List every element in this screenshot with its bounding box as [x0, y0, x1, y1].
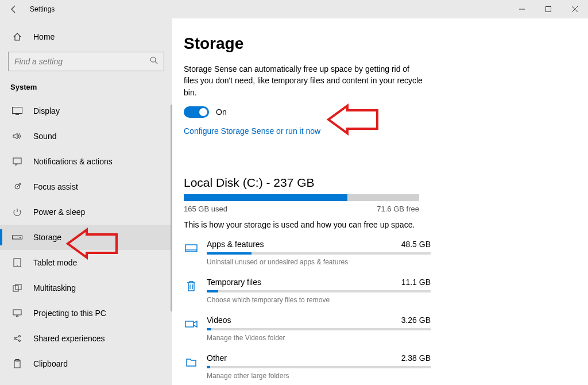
storage-icon [11, 234, 23, 240]
power-icon [11, 208, 23, 216]
item-size: 48.5 GB [401, 240, 431, 249]
sidebar-item-shared[interactable]: Shared experiences [0, 326, 172, 351]
svg-rect-25 [185, 245, 197, 252]
sidebar-item-multitasking[interactable]: Multitasking [0, 275, 172, 301]
sidebar-item-notifications[interactable]: Notifications & actions [0, 149, 172, 174]
svg-rect-27 [185, 321, 194, 327]
svg-line-5 [155, 61, 157, 64]
titlebar: Settings [0, 0, 588, 18]
content-area: Storage Storage Sense can automatically … [172, 18, 588, 385]
focus-icon [11, 183, 23, 191]
tablet-icon [11, 258, 23, 267]
usage-description: This is how your storage is used and how… [184, 220, 565, 229]
sidebar-item-power[interactable]: Power & sleep [0, 199, 172, 225]
close-button[interactable] [562, 0, 588, 18]
svg-rect-17 [13, 310, 21, 315]
toggle-state-label: On [216, 107, 227, 117]
sidebar-item-projecting[interactable]: Projecting to this PC [0, 301, 172, 326]
sidebar-item-label: Notifications & actions [33, 157, 113, 166]
sidebar-item-display[interactable]: Display [0, 98, 172, 124]
svg-line-21 [16, 337, 19, 338]
svg-point-10 [19, 183, 21, 185]
svg-point-4 [150, 57, 156, 62]
sidebar-item-label: Display [33, 106, 60, 116]
storage-sense-toggle[interactable] [184, 106, 209, 118]
sidebar-item-label: Storage [33, 233, 61, 242]
storage-sense-description: Storage Sense can automatically free up … [184, 63, 425, 98]
svg-line-22 [16, 339, 19, 341]
window-title: Settings [30, 5, 55, 13]
svg-point-12 [20, 237, 21, 238]
storage-item-temp[interactable]: Temporary files11.1 GB Choose which temp… [184, 278, 431, 304]
window-controls [509, 0, 588, 18]
multitasking-icon [11, 284, 23, 292]
svg-rect-8 [13, 158, 21, 164]
svg-point-14 [17, 265, 18, 266]
svg-rect-6 [13, 107, 22, 114]
disk-free-label: 71.6 GB free [377, 205, 419, 213]
video-icon [184, 317, 199, 332]
item-size: 2.38 GB [401, 353, 431, 363]
annotation-arrow [65, 230, 122, 261]
sidebar-item-label: Focus assist [33, 182, 78, 191]
item-name: Other [207, 353, 227, 363]
shared-icon [11, 334, 23, 342]
sidebar-scrollbar[interactable] [170, 18, 172, 385]
svg-rect-1 [546, 7, 551, 12]
apps-icon [184, 241, 199, 256]
home-icon [11, 32, 23, 41]
sidebar-item-focus[interactable]: Focus assist [0, 174, 172, 199]
sidebar-item-label: Sound [33, 132, 56, 141]
notifications-icon [11, 157, 23, 165]
search-box[interactable] [8, 52, 164, 71]
sidebar-item-label: Power & sleep [33, 207, 85, 217]
back-button[interactable] [7, 2, 21, 16]
item-name: Apps & features [207, 240, 264, 249]
folder-icon [184, 355, 199, 369]
sidebar-item-label: Shared experiences [33, 334, 105, 343]
annotation-arrow [326, 106, 383, 137]
storage-item-other[interactable]: Other2.38 GB Manage other large folders [184, 353, 431, 380]
configure-storage-sense-link[interactable]: Configure Storage Sense or run it now [184, 126, 320, 136]
sidebar-item-label: Projecting to this PC [33, 309, 106, 318]
sidebar: Home System Display Sound Notifications … [0, 18, 172, 385]
item-size: 11.1 GB [401, 278, 431, 287]
clipboard-icon [11, 359, 23, 368]
item-hint: Choose which temporary files to remove [207, 296, 431, 304]
home-nav[interactable]: Home [0, 25, 172, 48]
sidebar-item-label: Clipboard [33, 359, 68, 368]
search-input[interactable] [14, 57, 158, 66]
minimize-button[interactable] [509, 0, 535, 18]
projecting-icon [11, 309, 23, 317]
item-hint: Manage other large folders [207, 372, 431, 380]
search-icon [150, 56, 158, 67]
category-title: System [0, 78, 172, 98]
item-name: Videos [207, 315, 231, 325]
disk-stats: 165 GB used 71.6 GB free [184, 205, 419, 213]
sidebar-item-label: Multitasking [33, 283, 76, 292]
sound-icon [11, 132, 23, 140]
storage-item-videos[interactable]: Videos3.26 GB Manage the Videos folder [184, 315, 431, 342]
disk-usage-fill [184, 194, 347, 201]
page-title: Storage [184, 34, 565, 53]
disk-title: Local Disk (C:) - 237 GB [184, 176, 565, 190]
trash-icon [184, 279, 199, 294]
sidebar-item-sound[interactable]: Sound [0, 124, 172, 149]
maximize-button[interactable] [535, 0, 562, 18]
display-icon [11, 107, 23, 115]
item-hint: Uninstall unused or undesired apps & fea… [207, 258, 431, 266]
disk-usage-bar [184, 194, 419, 201]
disk-used-label: 165 GB used [184, 205, 227, 213]
home-label: Home [33, 32, 55, 41]
sidebar-item-clipboard[interactable]: Clipboard [0, 351, 172, 376]
storage-item-apps[interactable]: Apps & features48.5 GB Uninstall unused … [184, 240, 431, 266]
item-size: 3.26 GB [401, 315, 431, 325]
item-hint: Manage the Videos folder [207, 334, 431, 342]
item-name: Temporary files [207, 278, 261, 287]
